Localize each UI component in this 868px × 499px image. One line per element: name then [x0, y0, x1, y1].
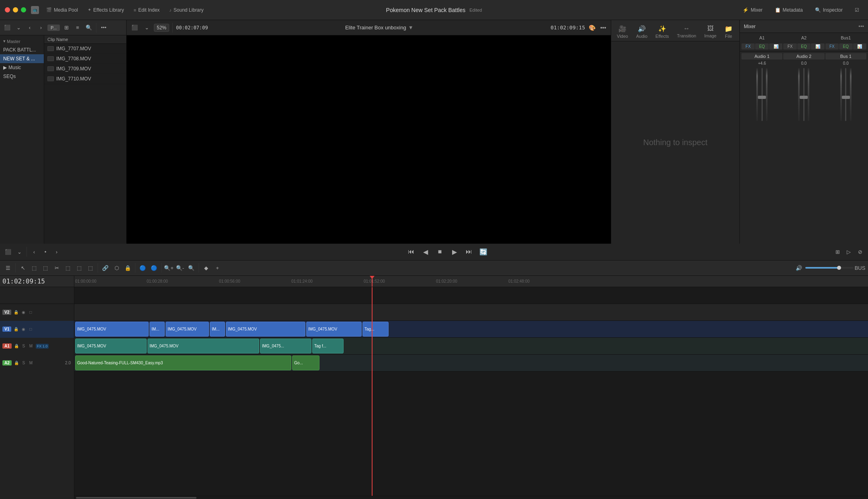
ripple-delete-btn[interactable]: ⬚: [63, 263, 73, 273]
mp-more-btn[interactable]: •••: [99, 23, 108, 33]
mp-panel-toggle[interactable]: ⬛: [2, 23, 12, 33]
fx-btn-a1[interactable]: FX: [741, 43, 755, 49]
overwrite-btn[interactable]: ⬚: [86, 263, 95, 273]
nav-next[interactable]: ›: [52, 247, 61, 257]
list-item[interactable]: Go...: [292, 355, 319, 370]
zoom-select[interactable]: 52%: [154, 24, 169, 32]
track-v2-vis-btn[interactable]: ◉: [20, 309, 27, 316]
list-item[interactable]: IMG_0475.MOV: [306, 322, 362, 337]
track-a2-solo-btn[interactable]: S: [20, 360, 27, 366]
track-a1-mute-btn[interactable]: M: [28, 343, 34, 349]
marker-btn[interactable]: ◆: [201, 263, 211, 273]
track-a1-lock-btn[interactable]: 🔒: [13, 343, 20, 349]
loop-button[interactable]: 🔄: [478, 246, 489, 257]
minimize-button[interactable]: [13, 7, 18, 12]
timeline-scrollbar[interactable]: [74, 496, 868, 499]
preview-more-btn[interactable]: •••: [599, 23, 608, 32]
preview-expand[interactable]: ⌄: [142, 23, 151, 33]
list-item[interactable]: IMG_0475.MOV: [166, 322, 209, 337]
sidebar-item-pack-battles[interactable]: PACK BATTL...: [0, 45, 44, 54]
fullscreen-button[interactable]: [21, 7, 26, 12]
track-row-a1[interactable]: IMG_0475.MOV IMG_0475.MOV IMG_0475... Ta…: [74, 338, 868, 355]
fullscreen-preview-btn[interactable]: ⊞: [833, 247, 842, 257]
go-to-end-button[interactable]: ⏭: [463, 246, 475, 257]
select-tool-btn[interactable]: ↖: [18, 263, 28, 273]
tab-transition-inspector[interactable]: ↔ Transition: [673, 23, 700, 41]
zoom-fit-btn[interactable]: 🔍: [186, 263, 196, 273]
zoom-out-btn[interactable]: 🔍-: [175, 263, 185, 273]
preview-toggle[interactable]: ⬛: [130, 23, 139, 33]
sync-btn[interactable]: ⊘: [855, 247, 865, 257]
go-to-start-button[interactable]: ⏮: [405, 246, 417, 257]
tab-effects-inspector[interactable]: ✨ Effects: [651, 23, 673, 41]
fx-btn-a2[interactable]: FX: [783, 43, 796, 49]
lock-btn[interactable]: 🔒: [123, 263, 133, 273]
tab-audio-inspector[interactable]: 🔊 Audio: [632, 23, 651, 41]
mp-label[interactable]: P...: [47, 25, 60, 31]
list-item[interactable]: Tag f...: [312, 339, 344, 353]
eq-btn-a1[interactable]: EQ: [755, 43, 768, 49]
inspector-button[interactable]: 🔍 Inspector: [811, 6, 847, 14]
meter-btn-bus1[interactable]: 📊: [853, 43, 866, 49]
list-item[interactable]: IMG_7707.MOV: [44, 44, 126, 54]
sidebar-item-new-set[interactable]: NEW SET & ...: [0, 54, 44, 63]
eq-btn-a2[interactable]: EQ: [797, 43, 811, 49]
track-v1-lock-btn[interactable]: 🔒: [13, 326, 19, 333]
track-v2-lock-btn[interactable]: 🔒: [13, 309, 19, 316]
add-btn[interactable]: +: [213, 263, 222, 273]
play-reverse-button[interactable]: ◀: [420, 246, 431, 257]
tab-media-pool[interactable]: 🎬 Media Pool: [42, 6, 82, 14]
track-v2-audio-btn[interactable]: □: [27, 309, 34, 316]
mp-back-btn[interactable]: ‹: [25, 23, 35, 33]
timeline-menu-btn[interactable]: ☰: [3, 263, 13, 273]
tab-video-inspector[interactable]: 🎥 Video: [613, 23, 632, 41]
list-item[interactable]: IM...: [149, 322, 165, 337]
link-btn[interactable]: 🔗: [100, 263, 110, 273]
sidebar-item-seqs[interactable]: SEQs: [0, 72, 44, 81]
flag-btn[interactable]: 🔵: [149, 263, 159, 273]
preview-color-btn[interactable]: 🎨: [588, 23, 596, 32]
preview-screen[interactable]: [127, 35, 611, 244]
insert-btn[interactable]: ⬚: [74, 263, 84, 273]
meter-btn-a2[interactable]: 📊: [811, 43, 824, 49]
tab-sound-library[interactable]: ♪ Sound Library: [165, 6, 207, 14]
track-a2-mute-btn[interactable]: M: [28, 360, 34, 366]
clip-link-btn[interactable]: ⬡: [112, 263, 121, 273]
list-item[interactable]: IMG_7710.MOV: [44, 74, 126, 84]
zoom-in-btn[interactable]: 🔍+: [164, 263, 174, 273]
nav-marker[interactable]: •: [41, 247, 50, 257]
play-button[interactable]: ▶: [449, 246, 460, 257]
list-item[interactable]: Good-Natured-Teasing-FULL-SM430_Easy.mp3: [75, 355, 291, 370]
audio-slider[interactable]: [805, 267, 854, 269]
color-picker-btn[interactable]: 🔵: [138, 263, 147, 273]
mp-expand-btn[interactable]: ⌄: [14, 23, 23, 33]
mixer-toggle-btn[interactable]: BUS: [855, 263, 865, 273]
audio1-fader-handle[interactable]: [758, 96, 766, 99]
dynamic-trim-btn[interactable]: ⬚: [41, 263, 50, 273]
audio2-fader-track[interactable]: [800, 68, 807, 121]
sidebar-item-music[interactable]: ▶ Music: [0, 63, 44, 72]
list-item[interactable]: IMG_0475...: [260, 339, 311, 353]
track-row-a2[interactable]: Good-Natured-Teasing-FULL-SM430_Easy.mp3…: [74, 355, 868, 372]
list-item[interactable]: IMG_0475.MOV: [75, 322, 149, 337]
list-item[interactable]: Tag...: [362, 322, 389, 337]
list-item[interactable]: IMG_7709.MOV: [44, 64, 126, 74]
audio-slider-handle[interactable]: [837, 266, 841, 270]
close-button[interactable]: [5, 7, 10, 12]
tab-effects-library[interactable]: ✦ Effects Library: [84, 6, 128, 14]
split-view-btn[interactable]: ▷: [844, 247, 854, 257]
track-a2-lock-btn[interactable]: 🔒: [13, 360, 20, 366]
meter-btn-a1[interactable]: 📊: [769, 43, 782, 49]
mixer-button[interactable]: ⚡ Mixer: [739, 6, 766, 14]
timeline-panel-expand[interactable]: ⌄: [14, 247, 24, 257]
tab-image-inspector[interactable]: 🖼 Image: [700, 23, 721, 41]
audio1-fader-track[interactable]: [759, 68, 765, 121]
trim-tool-btn[interactable]: ⬚: [29, 263, 39, 273]
nav-prev[interactable]: ‹: [29, 247, 39, 257]
tab-file-inspector[interactable]: 📁 File: [721, 23, 737, 41]
bus1-fader-track[interactable]: [843, 68, 849, 121]
timeline-panel-toggle[interactable]: ⬛: [3, 247, 13, 257]
list-item[interactable]: IMG_0475.MOV: [75, 339, 147, 353]
list-item[interactable]: IMG_0475.MOV: [147, 339, 259, 353]
clip-name-dropdown-icon[interactable]: ▼: [408, 25, 414, 31]
